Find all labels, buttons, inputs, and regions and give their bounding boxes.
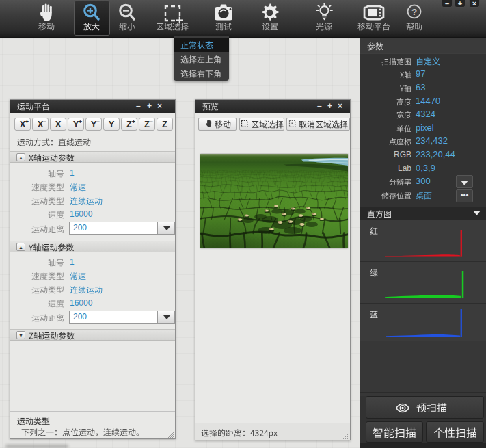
svg-text:?: ?	[411, 7, 417, 17]
